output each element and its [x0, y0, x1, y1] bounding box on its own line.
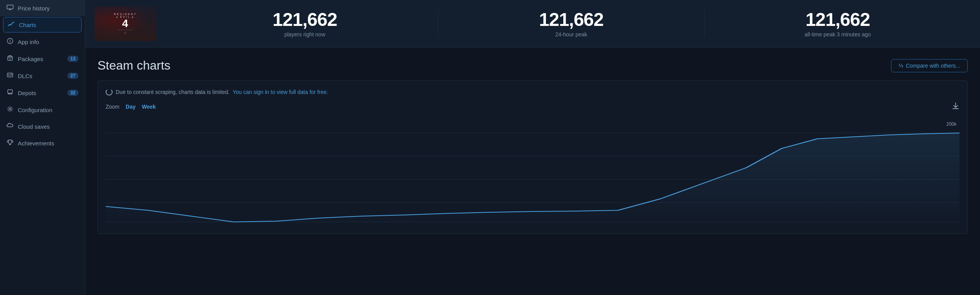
dlcs-badge: 27: [67, 73, 79, 79]
sidebar-item-packages[interactable]: Packages 13: [0, 50, 85, 67]
monitor-icon: [6, 5, 14, 12]
chart-icon: [7, 21, 15, 28]
depots-badge: 32: [67, 90, 79, 96]
sidebar-item-configuration[interactable]: Configuration: [0, 101, 85, 118]
svg-rect-13: [8, 90, 12, 93]
stat-players-now: 121,662 players right now: [172, 10, 438, 38]
packages-badge: 13: [67, 56, 79, 62]
stat-peak-24h: 121,662 24-hour peak: [438, 10, 705, 38]
game-number: 4: [122, 18, 128, 29]
stat-label-players: players right now: [180, 31, 430, 38]
sidebar-item-price-history[interactable]: Price history: [0, 0, 85, 16]
sidebar: Price history Charts App info: [0, 0, 85, 295]
trophy-icon: [6, 139, 14, 147]
sidebar-item-cloud-saves[interactable]: Cloud saves: [0, 118, 85, 135]
sidebar-item-dlcs[interactable]: DLCs 27: [0, 67, 85, 84]
sidebar-item-depots[interactable]: Depots 32: [0, 84, 85, 101]
page-title: Steam charts: [97, 58, 171, 73]
stat-number-players: 121,662: [180, 10, 430, 30]
svg-point-9: [9, 75, 10, 76]
chart-svg: [106, 118, 959, 226]
sidebar-item-label: Charts: [19, 22, 77, 28]
stat-number-alltime: 121,662: [712, 10, 963, 30]
svg-point-17: [9, 108, 11, 110]
sidebar-item-achievements[interactable]: Achievements: [0, 135, 85, 152]
chart-area: 200k: [106, 118, 959, 226]
scraping-notice: Due to constant scraping, charts data is…: [106, 89, 959, 95]
stats-bar: RESIDENT ◆ EVIL ◆ 4 ▲ 121,662 players ri…: [85, 0, 980, 48]
main-content: RESIDENT ◆ EVIL ◆ 4 ▲ 121,662 players ri…: [85, 0, 980, 295]
sidebar-item-app-info[interactable]: App info: [0, 33, 85, 50]
chart-container: Due to constant scraping, charts data is…: [97, 80, 968, 234]
sidebar-item-charts[interactable]: Charts: [3, 17, 82, 32]
zoom-week-button[interactable]: Week: [142, 104, 156, 110]
sidebar-item-label: Packages: [18, 56, 63, 62]
zoom-label: Zoom: [106, 104, 120, 110]
chart-y-label-200k: 200k: [946, 121, 956, 127]
sidebar-item-label: Depots: [18, 90, 63, 96]
svg-rect-0: [7, 5, 13, 9]
download-icon[interactable]: [952, 102, 959, 111]
sign-in-link[interactable]: You can sign in to view full data for fr…: [233, 89, 328, 95]
zoom-controls: Zoom Day Week: [106, 102, 959, 111]
stat-number-peak24: 121,662: [446, 10, 697, 30]
sidebar-item-label: Cloud saves: [18, 123, 79, 130]
cloud-icon: [6, 123, 14, 130]
section-header: Steam charts ⅓ Compare with others...: [97, 58, 968, 73]
page-content: Steam charts ⅓ Compare with others... Du…: [85, 48, 980, 245]
game-thumbnail: RESIDENT ◆ EVIL ◆ 4 ▲: [94, 6, 156, 41]
sidebar-item-label: Configuration: [18, 107, 79, 113]
sidebar-item-label: DLCs: [18, 73, 63, 79]
stat-label-alltime: all-time peak 3 minutes ago: [712, 31, 963, 38]
compare-button-label: Compare with others...: [906, 63, 960, 69]
depots-icon: [6, 89, 14, 97]
stat-label-peak24: 24-hour peak: [446, 31, 697, 38]
stat-all-time-peak: 121,662 all-time peak 3 minutes ago: [705, 10, 971, 38]
dlc-icon: [6, 72, 14, 80]
sidebar-item-label: App info: [18, 39, 79, 45]
info-icon: [6, 38, 14, 46]
notice-text: Due to constant scraping, charts data is…: [116, 89, 229, 95]
sidebar-item-label: Achievements: [18, 140, 79, 147]
game-title-top: RESIDENT: [114, 13, 137, 15]
svg-point-5: [10, 39, 10, 40]
spinner-icon: [106, 89, 113, 95]
package-icon: [6, 55, 14, 63]
compare-icon: ⅓: [898, 63, 903, 68]
sidebar-item-label: Price history: [18, 5, 79, 12]
zoom-day-button[interactable]: Day: [126, 104, 136, 110]
compare-button[interactable]: ⅓ Compare with others...: [891, 59, 968, 72]
gear-icon: [6, 106, 14, 114]
